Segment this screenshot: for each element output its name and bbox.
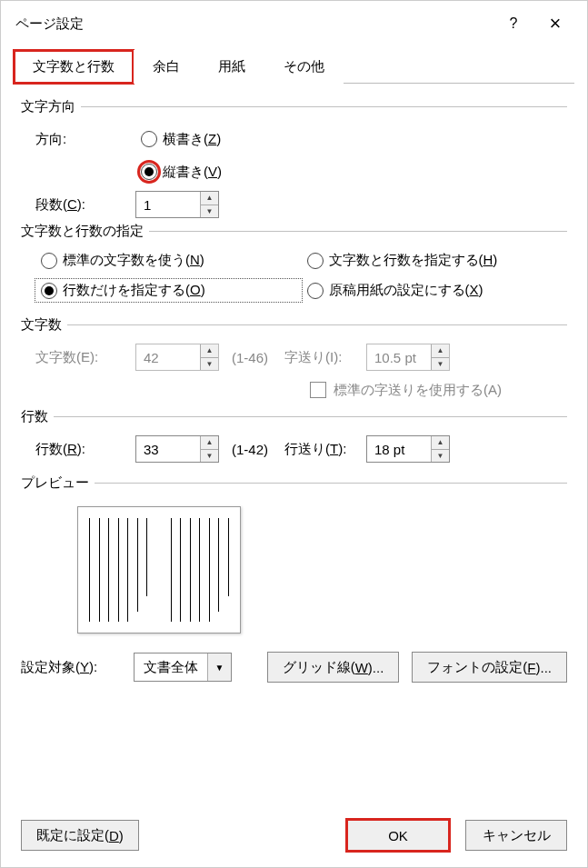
spin-up-icon: ▲ (432, 344, 449, 358)
tab-other[interactable]: その他 (264, 50, 344, 84)
linepitch-input[interactable] (367, 436, 431, 462)
radio-circle-icon (41, 253, 57, 269)
group-preview: プレビュー (21, 474, 567, 492)
radio-vertical[interactable]: 縦書き(V) (135, 161, 227, 184)
spin-up-icon[interactable]: ▲ (201, 436, 218, 450)
dialog-title: ページ設定 (15, 15, 493, 33)
apply-to-label: 設定対象(Y): (21, 659, 121, 676)
columns-spinner[interactable]: ▲ ▼ (135, 191, 219, 218)
chevron-down-icon[interactable]: ▼ (207, 653, 231, 681)
group-chars: 文字数 (21, 316, 567, 334)
charpitch-spinner: ▲ ▼ (366, 344, 450, 371)
help-button[interactable]: ? (493, 10, 534, 37)
linepitch-spinner[interactable]: ▲ ▼ (366, 435, 450, 463)
spin-down-icon[interactable]: ▼ (432, 450, 449, 463)
charpitch-input (367, 344, 431, 370)
group-spec: 文字数と行数の指定 (21, 223, 567, 240)
spin-up-icon: ▲ (201, 344, 218, 358)
radio-circle-icon (141, 131, 157, 147)
tab-chars-lines[interactable]: 文字数と行数 (14, 50, 134, 84)
set-default-button[interactable]: 既定に設定(D) (21, 820, 139, 851)
charcount-input (136, 344, 200, 370)
font-settings-button[interactable]: フォントの設定(F)... (412, 652, 567, 683)
tab-bar: 文字数と行数 余白 用紙 その他 (14, 50, 574, 84)
linecount-range: (1-42) (232, 442, 268, 457)
titlebar: ページ設定 ? × (1, 1, 587, 45)
gridlines-button[interactable]: グリッド線(W)... (267, 652, 400, 683)
radio-circle-icon (307, 283, 324, 299)
radio-standard-chars[interactable]: 標準の文字数を使う(N) (35, 249, 302, 272)
group-lines: 行数 (21, 408, 567, 425)
columns-input[interactable] (136, 192, 200, 217)
radio-manuscript[interactable]: 原稿用紙の設定にする(X) (302, 279, 568, 302)
radio-specify-both[interactable]: 文字数と行数を指定する(H) (302, 249, 568, 272)
preview-thumbnail (77, 506, 241, 634)
checkbox-box-icon (310, 382, 326, 398)
spin-down-icon: ▼ (201, 358, 218, 371)
ok-button[interactable]: OK (347, 820, 449, 851)
radio-circle-icon (307, 253, 324, 269)
radio-circle-icon (41, 283, 57, 299)
linepitch-label: 行送り(T): (284, 441, 357, 458)
spin-up-icon[interactable]: ▲ (432, 436, 449, 450)
spin-down-icon[interactable]: ▼ (201, 205, 218, 218)
spin-down-icon: ▼ (432, 358, 449, 371)
charcount-label: 文字数(E): (35, 349, 126, 366)
close-button[interactable]: × (534, 10, 576, 37)
charcount-spinner: ▲ ▼ (135, 344, 219, 371)
radio-lines-only[interactable]: 行数だけを指定する(O) (35, 279, 302, 302)
linecount-spinner[interactable]: ▲ ▼ (135, 435, 219, 463)
spin-down-icon[interactable]: ▼ (201, 450, 218, 463)
tab-margins[interactable]: 余白 (134, 50, 199, 84)
linecount-label: 行数(R): (35, 441, 126, 458)
linecount-input[interactable] (136, 436, 200, 462)
cancel-button[interactable]: キャンセル (465, 820, 567, 851)
apply-to-dropdown[interactable]: 文書全体 ▼ (134, 653, 232, 682)
tab-paper[interactable]: 用紙 (199, 50, 264, 84)
spin-up-icon[interactable]: ▲ (201, 192, 218, 205)
direction-label: 方向: (35, 131, 126, 148)
apply-to-value: 文書全体 (135, 659, 207, 676)
radio-horizontal[interactable]: 横書き(Z) (135, 128, 226, 151)
charpitch-label: 字送り(I): (284, 349, 357, 366)
columns-label: 段数(C): (35, 196, 126, 214)
charcount-range: (1-46) (232, 350, 268, 365)
content-area: 文字方向 方向: 横書き(Z) 縦書き(V) 段数(C): ▲ ▼ (1, 84, 587, 807)
page-setup-dialog: ページ設定 ? × 文字数と行数 余白 用紙 その他 文字方向 方向: 横書き(… (0, 0, 588, 868)
footer: 既定に設定(D) OK キャンセル (1, 807, 587, 867)
std-pitch-checkbox: 標準の字送りを使用する(A) (310, 382, 502, 399)
group-direction: 文字方向 (21, 98, 567, 115)
radio-circle-icon (141, 164, 157, 180)
